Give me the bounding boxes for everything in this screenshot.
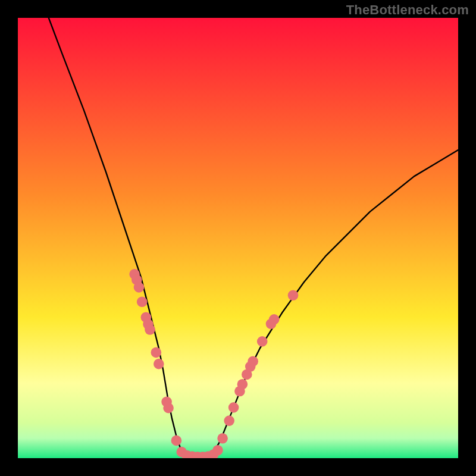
data-point bbox=[269, 314, 280, 325]
data-point bbox=[171, 436, 182, 446]
plot-area bbox=[18, 18, 458, 458]
data-point bbox=[257, 336, 268, 347]
outer-frame: TheBottleneck.com bbox=[0, 0, 476, 476]
data-point bbox=[145, 324, 155, 335]
data-point bbox=[288, 290, 299, 300]
data-point bbox=[248, 356, 258, 367]
data-point bbox=[212, 445, 223, 456]
bottleneck-chart bbox=[18, 18, 458, 458]
data-point bbox=[134, 282, 145, 293]
watermark-text: TheBottleneck.com bbox=[346, 2, 469, 18]
data-point bbox=[154, 359, 164, 369]
data-point bbox=[224, 415, 234, 426]
data-point bbox=[217, 433, 228, 444]
data-point bbox=[151, 347, 162, 358]
data-point bbox=[137, 297, 148, 308]
data-point bbox=[163, 403, 174, 414]
data-point bbox=[228, 402, 239, 413]
data-point bbox=[237, 379, 248, 390]
